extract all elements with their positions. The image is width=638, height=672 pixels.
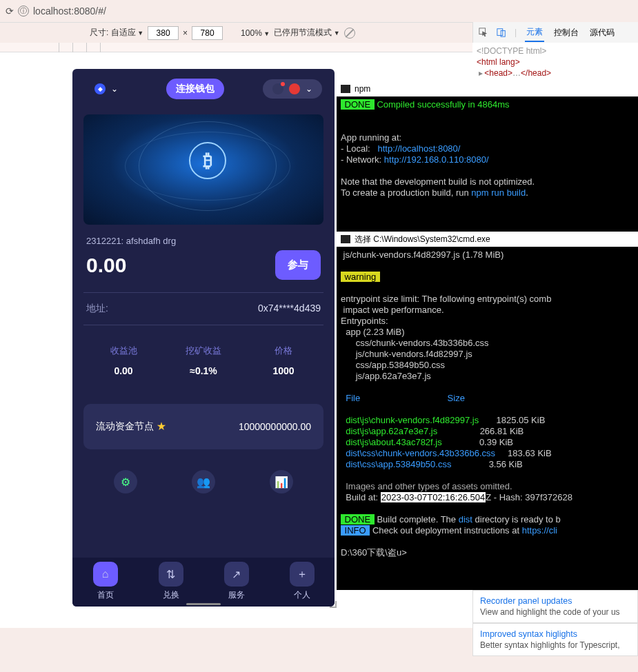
nav-home[interactable]: ⌂首页 [72, 562, 138, 601]
info-card[interactable]: Improved syntax higlights Better syntax … [472, 623, 638, 656]
stats-row: 收益池0.00 挖矿收益≈0.1% 价格1000 [83, 336, 323, 390]
action-gear-button[interactable]: ⚙ [114, 470, 137, 493]
card-subtitle: Better syntax highlights for Typescript, [480, 640, 630, 650]
eth-icon: ◆ [94, 83, 106, 94]
chevron-down-icon: ⌄ [111, 84, 118, 94]
pool-id-line: 2312221: afshdafh drg [72, 230, 335, 246]
device-height-input[interactable] [192, 26, 223, 40]
device-width-input[interactable] [148, 26, 179, 40]
device-size-dropdown[interactable]: 尺寸: 自适应 [90, 27, 143, 39]
stat-pool-label: 收益池 [83, 345, 163, 357]
users-icon: 👥 [197, 476, 210, 489]
src-doctype: <!DOCTYPE html> [477, 45, 634, 57]
flag-cn-icon [289, 83, 300, 94]
hero-banner: ₿ [83, 114, 323, 225]
card-subtitle: View and highlight the code of your us [480, 607, 630, 617]
svg-rect-1 [497, 29, 503, 36]
card-title-link[interactable]: Improved syntax higlights [480, 629, 577, 639]
devtools-panel-tabs: | 元素 控制台 源代码 [472, 22, 638, 43]
address-value: 0x74****4d439 [258, 303, 321, 315]
stat-price-label: 价格 [243, 345, 323, 357]
device-rotate-icon[interactable] [344, 28, 355, 39]
nav-personal[interactable]: ＋个人 [269, 562, 335, 601]
url-text[interactable]: localhost:8080/#/ [33, 6, 106, 17]
balance-value: 0.00 [86, 254, 126, 277]
home-icon: ⌂ [93, 562, 118, 587]
cmd-icon [341, 85, 350, 93]
throttle-dropdown[interactable]: 已停用节流模式 [274, 27, 339, 39]
terminal-npm: npm DONE Compiled successfully in 4864ms… [337, 81, 638, 232]
terminal-titlebar[interactable]: 选择 C:\Windows\System32\cmd.exe [337, 232, 638, 247]
service-icon: ↗ [224, 562, 249, 587]
action-chart-button[interactable]: 📊 [270, 470, 293, 493]
quick-actions-row: ⚙ 👥 📊 [72, 449, 335, 502]
tab-sources[interactable]: 源代码 [588, 24, 616, 41]
resize-handle[interactable] [330, 601, 338, 609]
app-topbar: ◆ ⌄ 连接钱包 ⌄ [72, 69, 335, 109]
reload-icon[interactable]: ⟳ [6, 6, 14, 17]
device-toggle-icon[interactable] [497, 28, 506, 37]
liquidity-value: 10000000000.00 [239, 421, 311, 432]
site-info-icon[interactable]: ⓘ [18, 6, 29, 17]
card-title-link[interactable]: Recorder panel updates [480, 596, 572, 606]
drag-handle-icon [186, 603, 221, 605]
terminal-cmd: 选择 C:\Windows\System32\cmd.exe js/chunk-… [337, 232, 638, 590]
connect-wallet-button[interactable]: 连接钱包 [166, 79, 224, 99]
zoom-dropdown[interactable]: 100% [241, 28, 270, 38]
devtools-dom-tree[interactable]: <!DOCTYPE html> <html lang> ▸<head>…</he… [472, 43, 638, 81]
stat-price-value: 1000 [243, 365, 323, 376]
nav-swap[interactable]: ⇅兑换 [138, 562, 203, 601]
tab-elements[interactable]: 元素 [525, 23, 544, 42]
mobile-device-frame: ◆ ⌄ 连接钱包 ⌄ ₿ 2312221: afshdafh drg 0.00 … [72, 69, 335, 607]
terminal-body[interactable]: js/chunk-vendors.f4d82997.js (1.78 MiB) … [337, 247, 638, 561]
star-icon: ★ [157, 420, 166, 431]
join-button[interactable]: 参与 [275, 250, 321, 280]
bottom-nav: ⌂首页 ⇅兑换 ↗服务 ＋个人 [72, 558, 335, 607]
stat-mining-value: ≈0.1% [163, 365, 243, 376]
cmd-icon [341, 235, 350, 243]
plus-icon: ＋ [290, 562, 315, 587]
tab-console[interactable]: 控制台 [552, 24, 580, 41]
stat-mining-label: 挖矿收益 [163, 345, 243, 357]
address-card: 地址: 0x74****4d439 [83, 292, 323, 325]
inspect-icon[interactable] [479, 28, 488, 37]
whatsnew-panel: Recorder panel updates View and highligh… [472, 590, 638, 656]
address-bar: ⟳ ⓘ localhost:8080/#/ [0, 0, 638, 22]
action-users-button[interactable]: 👥 [192, 470, 215, 493]
terminal-body[interactable]: DONE Compiled successfully in 4864ms App… [337, 96, 638, 201]
address-label: 地址: [86, 303, 108, 315]
swap-icon: ⇅ [159, 562, 183, 587]
terminal-titlebar[interactable]: npm [337, 81, 638, 96]
dim-x: × [183, 28, 188, 38]
gear-icon: ⚙ [121, 476, 130, 489]
nav-service[interactable]: ↗服务 [203, 562, 269, 601]
chat-icon [272, 83, 283, 94]
chart-icon: 📊 [275, 476, 288, 489]
liquidity-card[interactable]: 流动资金节点 ★ 10000000000.00 [83, 404, 323, 449]
ruler [0, 43, 472, 52]
chevron-down-icon: ⌄ [306, 84, 312, 94]
chain-selector[interactable]: ◆ ⌄ [85, 79, 128, 99]
stat-pool-value: 0.00 [83, 365, 163, 376]
language-selector[interactable]: ⌄ [263, 79, 322, 99]
bitcoin-icon: ₿ [189, 142, 226, 179]
liquidity-label: 流动资金节点 [96, 420, 154, 431]
info-card[interactable]: Recorder panel updates View and highligh… [472, 590, 638, 623]
